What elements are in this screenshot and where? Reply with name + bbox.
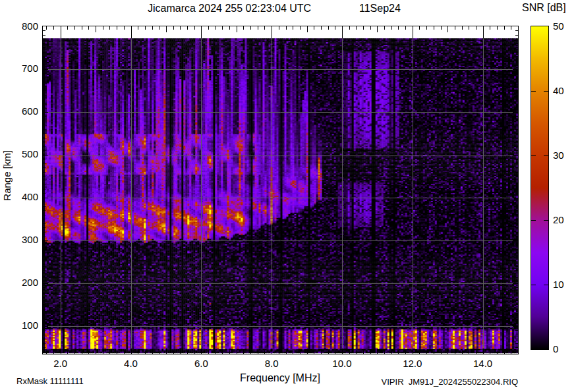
colorbar-tick-label: 30 xyxy=(553,150,564,161)
ionogram-figure: Jicamarca 2024 255 02:23:04 UTC 11Sep24 … xyxy=(0,0,576,392)
colorbar-tick-mark xyxy=(531,220,536,221)
y-tick-label: 300 xyxy=(11,234,38,245)
y-tick-label: 100 xyxy=(11,320,38,331)
colorbar-tick-label: 10 xyxy=(553,279,564,290)
y-tick-label: 500 xyxy=(11,148,38,159)
colorbar-tick-mark xyxy=(544,285,548,285)
colorbar-title: SNR [dB] xyxy=(522,2,566,14)
x-tick-label: 6.0 xyxy=(194,358,208,369)
colorbar-gradient xyxy=(531,26,548,349)
colorbar-tick-mark xyxy=(531,155,536,156)
x-tick-label: 12.0 xyxy=(403,358,422,369)
colorbar-tick-label: 0 xyxy=(553,343,558,354)
ionogram-heatmap xyxy=(43,26,518,354)
y-tick-label: 700 xyxy=(11,63,38,74)
colorbar-tick-label: 50 xyxy=(553,20,564,32)
page-title: Jicamarca 2024 255 02:23:04 UTC xyxy=(148,3,311,14)
y-tick-label: 400 xyxy=(11,191,38,202)
x-tick-label: 4.0 xyxy=(124,358,138,369)
x-axis-label: Frequency [MHz] xyxy=(240,372,320,384)
rxmask-text: RxMask 11111111 xyxy=(16,376,84,386)
colorbar-tick-mark xyxy=(531,91,536,92)
x-tick-label: 10.0 xyxy=(332,358,351,369)
file-name-text: VIPIR JM91J_2024255022304.RIQ xyxy=(382,377,518,387)
date-label: 11Sep24 xyxy=(359,3,401,14)
x-tick-label: 14.0 xyxy=(473,358,492,369)
colorbar-tick-mark xyxy=(531,285,536,285)
colorbar-tick-mark xyxy=(544,220,548,221)
y-tick-label: 800 xyxy=(11,20,38,32)
y-tick-label: 600 xyxy=(11,105,38,117)
x-tick-label: 2.0 xyxy=(53,358,67,369)
colorbar-tick-mark xyxy=(544,91,548,92)
plot-frame xyxy=(42,26,519,354)
x-tick-label: 8.0 xyxy=(265,358,279,369)
colorbar-tick-mark xyxy=(544,155,548,156)
y-tick-label: 200 xyxy=(11,277,38,288)
colorbar xyxy=(531,26,549,350)
colorbar-tick-label: 40 xyxy=(553,85,564,96)
colorbar-tick-label: 20 xyxy=(553,214,564,225)
